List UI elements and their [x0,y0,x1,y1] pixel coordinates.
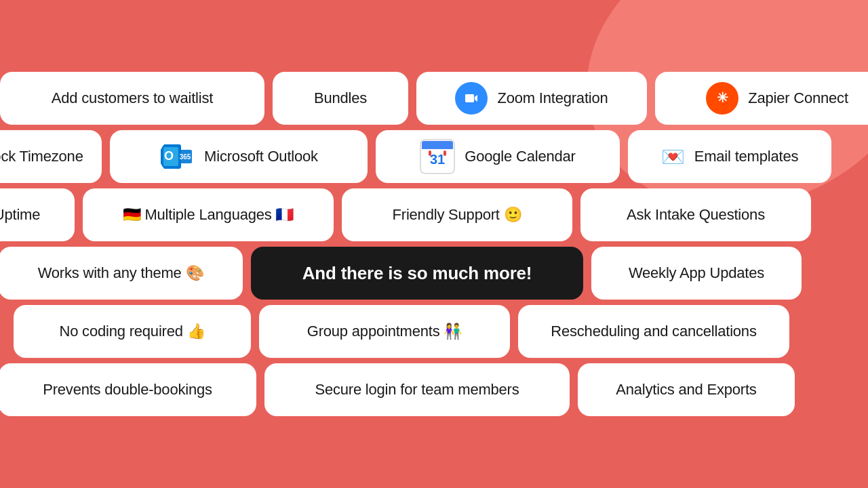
chip-group-appointments: Group appointments 👫 [259,305,510,358]
chip-label: And there is so much more! [302,263,532,284]
chip-label: Zapier Connect [748,89,848,107]
chip-zapier: ✳ Zapier Connect [655,72,868,125]
chip-label: Google Calendar [465,148,575,165]
chip-label: Microsoft Outlook [204,148,318,165]
chip-label: Zoom Integration [497,89,608,107]
row-4: Works with any theme 🎨 And there is so m… [0,247,868,300]
zapier-icon: ✳ [706,82,738,115]
chip-rescheduling: Rescheduling and cancellations [518,305,789,358]
features-grid: Add customers to waitlist Bundles Zoom I… [0,0,868,488]
chip-uptime: Uptime [0,188,75,241]
chip-label: Prevents double-bookings [43,381,212,399]
svg-rect-13 [443,150,446,156]
chip-ask-intake: Ask Intake Questions [580,188,811,241]
chip-label: Rescheduling and cancellations [551,323,756,340]
svg-text:✳: ✳ [717,90,728,105]
chip-label: Weekly App Updates [629,264,764,282]
row-5: No coding required 👍 Group appointments … [0,305,868,358]
chip-multiple-languages: 🇩🇪 Multiple Languages 🇫🇷 [83,188,334,241]
chip-works-with-theme: Works with any theme 🎨 [0,247,243,300]
row-6: Prevents double-bookings Secure login fo… [0,363,868,416]
chip-label: Analytics and Exports [616,381,756,399]
chip-label: Uptime [0,206,40,224]
chip-label: Group appointments 👫 [307,323,462,340]
chip-gcal: 31 Google Calendar [376,130,620,183]
chip-label: Bundles [314,89,367,107]
outlook-icon: O 365 [159,139,195,174]
svg-text:365: 365 [180,153,191,161]
chip-label: Email templates [694,148,799,165]
chip-prevents-double: Prevents double-bookings [0,363,256,416]
chip-email-templates: 💌 Email templates [628,130,831,183]
svg-rect-12 [429,150,431,156]
chip-so-much-more: And there is so much more! [251,247,583,300]
chip-add-customers: Add customers to waitlist [0,72,264,125]
svg-text:31: 31 [430,152,445,167]
chip-bundles: Bundles [273,72,408,125]
row-3: Uptime 🇩🇪 Multiple Languages 🇫🇷 Friendly… [0,188,868,241]
chip-label: Works with any theme 🎨 [38,264,204,282]
chip-outlook: O 365 Microsoft Outlook [110,130,368,183]
svg-rect-10 [422,145,453,149]
chip-label: Friendly Support 🙂 [393,206,522,224]
chip-weekly-updates: Weekly App Updates [591,247,802,300]
zoom-icon [455,82,488,115]
chip-lock-timezone: Lock Timezone [0,130,102,183]
row-1: Add customers to waitlist Bundles Zoom I… [0,72,868,125]
chip-label: Ask Intake Questions [627,206,765,224]
row-2: Lock Timezone O 365 Microsoft Outlook [0,130,868,183]
chip-label: Secure login for team members [315,381,519,399]
chip-secure-login: Secure login for team members [264,363,570,416]
svg-text:O: O [164,149,174,163]
chip-analytics: Analytics and Exports [578,363,795,416]
email-icon: 💌 [661,146,685,168]
chip-zoom: Zoom Integration [416,72,647,125]
chip-label: 🇩🇪 Multiple Languages 🇫🇷 [123,206,294,224]
chip-friendly-support: Friendly Support 🙂 [342,188,572,241]
chip-label: Add customers to waitlist [52,89,213,107]
gcal-icon: 31 [420,139,455,174]
chip-label: Lock Timezone [0,148,83,165]
chip-no-coding: No coding required 👍 [14,305,251,358]
chip-label: No coding required 👍 [59,323,205,340]
